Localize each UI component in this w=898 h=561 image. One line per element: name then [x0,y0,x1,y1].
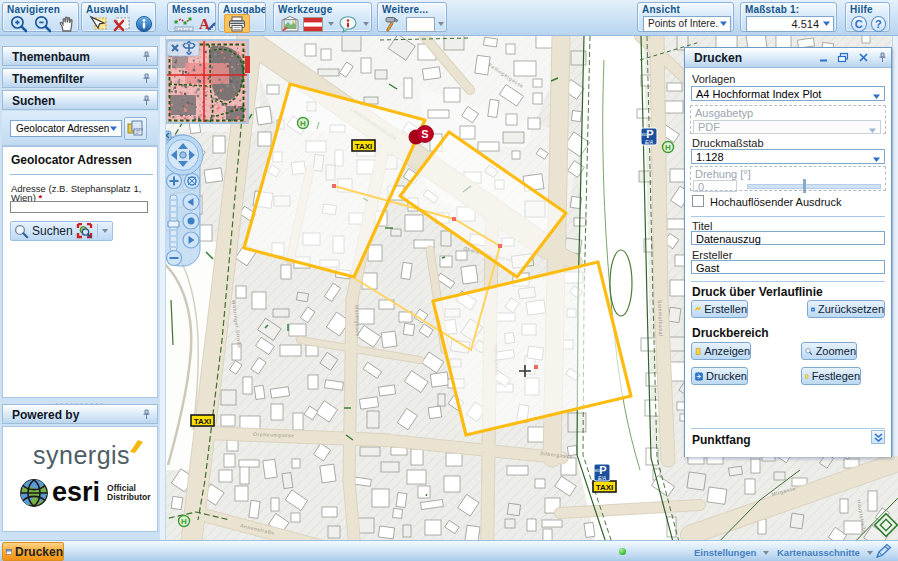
svg-text:H: H [665,143,671,152]
svg-text:E/A: E/A [645,139,654,145]
svg-text:365: 365 [641,132,648,137]
svg-text:Marktgasse: Marktgasse [354,305,361,337]
svg-text:H: H [181,517,187,526]
svg-text:TAXI: TAXI [355,142,373,151]
svg-text:E/A: E/A [598,475,607,481]
svg-text:TAXI: TAXI [596,483,614,492]
svg-text:TAXI: TAXI [194,417,212,426]
svg-text:H: H [300,119,306,128]
svg-text:S: S [421,128,428,140]
svg-text:365: 365 [594,468,601,473]
